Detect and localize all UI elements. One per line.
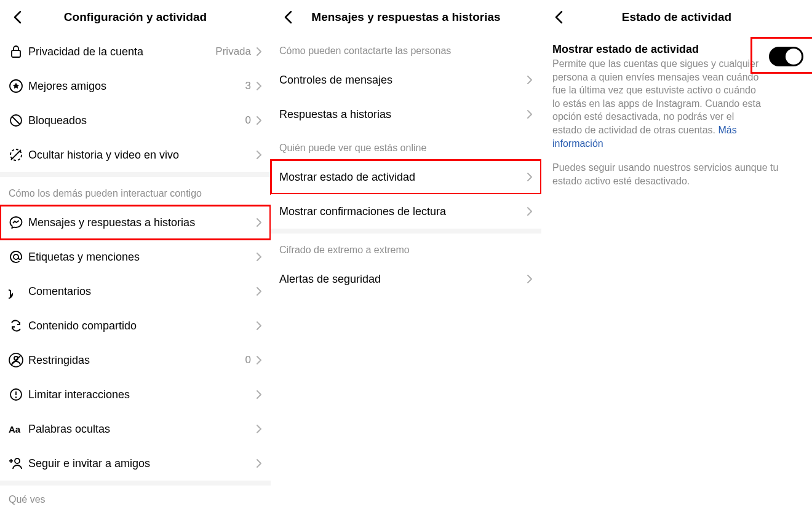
row-label: Mensajes y respuestas a historias [28,216,256,229]
row-label: Comentarios [28,285,256,298]
block-icon [9,113,23,128]
row-label: Etiquetas y menciones [28,251,256,264]
chevron-right-icon [256,321,262,331]
svg-point-12 [15,396,17,398]
row-label: Seguir e invitar a amigos [28,457,256,470]
chevron-right-icon [256,150,262,160]
warning-circle-icon [9,387,23,402]
text-aa-icon: Aa [9,422,23,436]
pane1-header: Configuración y actividad [0,0,271,34]
chevron-right-icon [256,47,262,57]
settings-activity-pane: Configuración y actividad Privacidad de … [0,0,271,515]
row-security-alerts[interactable]: Alertas de seguridad [271,262,541,296]
row-label: Privacidad de la cuenta [28,45,215,58]
row-read-receipts[interactable]: Mostrar confirmaciones de lectura [271,194,541,229]
row-story-replies[interactable]: Respuestas a historias [271,97,541,132]
row-shared-content[interactable]: Contenido compartido [0,309,271,343]
svg-point-6 [14,254,18,259]
activity-status-row: Mostrar estado de actividad Permite que … [552,43,803,150]
back-button[interactable] [5,5,30,29]
svg-text:Aa: Aa [9,424,21,434]
pane3-body: Mostrar estado de actividad Permite que … [541,34,812,187]
chevron-right-icon [256,81,262,91]
page-title: Mensajes y respuestas a historias [271,10,541,24]
star-circle-icon [9,79,23,93]
chevron-right-icon [256,355,262,365]
back-button[interactable] [546,5,571,29]
chevron-right-icon [527,274,533,284]
comment-icon [9,284,23,299]
activity-status-pane: Estado de actividad Mostrar estado de ac… [541,0,812,515]
svg-line-5 [11,150,21,160]
row-hide-story[interactable]: Ocultar historia y video en vivo [0,138,271,172]
row-label: Mejores amigos [28,80,245,93]
add-friend-icon [9,456,23,471]
row-limit-interactions[interactable]: Limitar interacciones [0,377,271,412]
page-title: Estado de actividad [541,10,812,24]
activity-status-toggle[interactable] [769,47,803,66]
section-divider [0,172,271,177]
section-e2e-header: Cifrado de extremo a extremo [271,234,541,262]
row-label: Respuestas a historias [279,108,527,121]
row-tags-mentions[interactable]: Etiquetas y menciones [0,240,271,274]
section-online-header: Quién puede ver que estás online [271,132,541,160]
chevron-right-icon [256,116,262,125]
chevron-right-icon [256,286,262,296]
chevron-right-icon [256,424,262,434]
row-hidden-words[interactable]: Aa Palabras ocultas [0,412,271,446]
row-label: Mostrar confirmaciones de lectura [279,205,527,218]
row-follow-invite[interactable]: Seguir e invitar a amigos [0,446,271,481]
section-divider [0,481,271,486]
row-label: Palabras ocultas [28,423,256,436]
section-contact-header: Cómo pueden contactarte las personas [271,34,541,63]
reshare-icon [9,318,23,333]
row-label: Bloqueados [28,114,245,127]
row-message-controls[interactable]: Controles de mensajes [271,63,541,97]
pane1-scroll[interactable]: Privacidad de la cuenta Privada Mejores … [0,34,271,515]
chevron-left-icon [554,10,563,24]
back-button[interactable] [276,5,300,29]
row-meta: Privada [215,45,251,58]
messages-replies-pane: Mensajes y respuestas a historias Cómo p… [271,0,541,515]
row-account-privacy[interactable]: Privacidad de la cuenta Privada [0,34,271,69]
hide-story-icon [9,147,23,162]
at-icon [9,250,23,264]
chevron-right-icon [256,458,262,468]
chevron-right-icon [527,206,533,216]
row-label: Limitar interacciones [28,388,256,401]
activity-status-description: Permite que las cuentas que sigues y cua… [552,57,764,150]
svg-rect-0 [12,50,20,57]
row-label: Ocultar historia y video en vivo [28,149,256,162]
row-messages-story-replies[interactable]: Mensajes y respuestas a historias [0,205,271,240]
description-text: Permite que las cuentas que sigues y cua… [552,58,761,135]
pane3-header: Estado de actividad [541,0,812,34]
lock-icon [9,44,23,59]
row-label: Mostrar estado de actividad [279,171,527,184]
chevron-right-icon [256,218,262,227]
row-blocked[interactable]: Bloqueados 0 [0,103,271,138]
row-comments[interactable]: Comentarios [0,274,271,309]
chevron-left-icon [284,10,292,24]
chevron-right-icon [527,109,533,119]
section-divider [271,229,541,234]
chevron-right-icon [256,252,262,262]
row-label: Contenido compartido [28,320,256,332]
row-meta: 0 [245,114,251,127]
row-best-friends[interactable]: Mejores amigos 3 [0,69,271,103]
svg-point-14 [15,458,20,463]
pane2-header: Mensajes y respuestas a historias [271,0,541,34]
activity-status-heading: Mostrar estado de actividad [552,43,764,56]
toggle-knob [786,49,802,65]
svg-line-3 [12,117,20,125]
chevron-left-icon [13,10,22,24]
row-meta: 3 [245,80,251,92]
chevron-right-icon [256,390,262,399]
toggle-container [764,43,803,74]
section-interact-header: Cómo los demás pueden interactuar contig… [0,177,271,205]
page-title: Configuración y actividad [0,10,271,24]
row-restricted[interactable]: Restringidas 0 [0,343,271,377]
row-meta: 0 [245,354,251,366]
activity-status-note: Puedes seguir usando nuestros servicios … [552,161,803,187]
row-show-activity-status[interactable]: Mostrar estado de actividad [271,160,541,194]
messenger-icon [9,215,23,230]
